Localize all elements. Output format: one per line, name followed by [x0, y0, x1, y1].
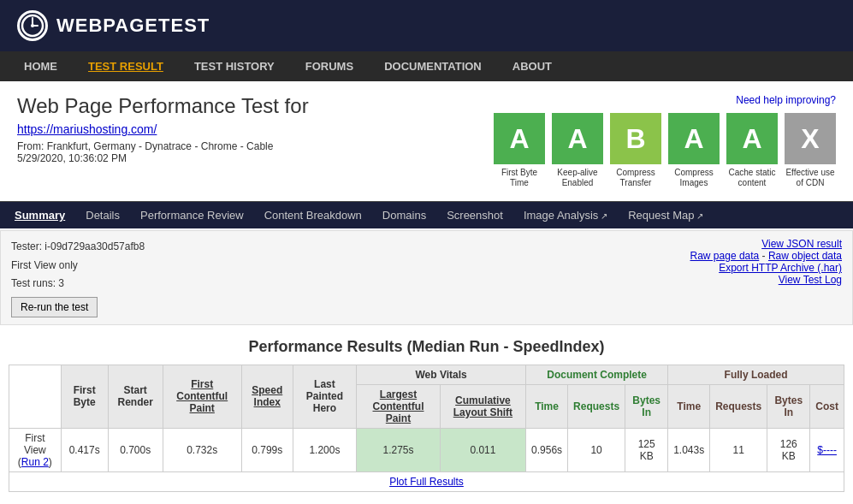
nav-home[interactable]: HOME	[9, 51, 73, 81]
td-first-byte: 0.417s	[61, 428, 108, 471]
view-log-link[interactable]: View Test Log	[779, 274, 842, 286]
tester-info: Tester: i-09d729aa30d57afb8	[11, 238, 145, 257]
header: WEBPAGETEST	[0, 0, 853, 51]
table-row: First View (Run 2) 0.417s 0.700s 0.732s …	[9, 428, 844, 471]
grade-compress-transfer: B Compress Transfer	[610, 113, 661, 188]
td-fl-bytes: 126 KB	[767, 428, 810, 471]
nav-documentation[interactable]: DOCUMENTATION	[369, 51, 497, 81]
th-web-vitals: Web Vitals	[357, 365, 526, 384]
td-cls: 0.011	[440, 428, 525, 471]
tab-request-map[interactable]: Request Map	[618, 202, 714, 228]
th-lcp: Largest Contentful Paint	[357, 384, 441, 428]
scores-area: Web Page Performance Test for https://ma…	[17, 94, 836, 188]
logo: WEBPAGETEST	[17, 10, 210, 41]
run-link[interactable]: Run 2	[21, 456, 49, 468]
grade-box-x: X	[785, 113, 836, 164]
page-title: Web Page Performance Test for	[17, 94, 494, 118]
main-content: Web Page Performance Test for https://ma…	[0, 81, 853, 201]
grade-cache: A Cache static content	[726, 113, 778, 188]
td-lcp: 1.275s	[357, 428, 441, 471]
info-right: View JSON result Raw page data - Raw obj…	[690, 238, 842, 286]
td-cost: $----	[810, 428, 844, 471]
grade-compress-images: A Compress Images	[668, 113, 720, 188]
td-doc-time: 0.956s	[526, 428, 568, 471]
tab-image-analysis[interactable]: Image Analysis	[513, 202, 618, 228]
th-doc-complete: Document Complete	[526, 365, 668, 384]
info-left: Tester: i-09d729aa30d57afb8 First View o…	[11, 238, 145, 317]
svg-point-3	[31, 24, 34, 27]
scores-right: Need help improving? A First Byte Time A…	[494, 94, 836, 188]
th-lph: Last Painted Hero	[293, 365, 357, 428]
logo-icon	[17, 10, 48, 41]
th-fl-time: Time	[668, 384, 710, 428]
grade-label-cache: Cache static content	[726, 168, 778, 188]
grades-container: A First Byte Time A Keep-alive Enabled B…	[494, 113, 836, 188]
td-fl-time: 1.043s	[668, 428, 710, 471]
view-json-link[interactable]: View JSON result	[761, 238, 842, 250]
grade-label-compress-transfer: Compress Transfer	[610, 168, 661, 188]
td-label: First View (Run 2)	[9, 428, 62, 471]
th-first-byte: First Byte	[61, 365, 108, 428]
tabs-bar: Summary Details Performance Review Conte…	[0, 201, 853, 228]
raw-page-link[interactable]: Raw page data	[690, 250, 760, 262]
tab-summary[interactable]: Summary	[4, 202, 75, 228]
plot-link[interactable]: Plot Full Results	[389, 476, 464, 488]
th-fully-loaded: Fully Loaded	[668, 365, 844, 384]
scores-left: Web Page Performance Test for https://ma…	[17, 94, 494, 164]
nav: HOME TEST RESULT TEST HISTORY FORUMS DOC…	[0, 51, 853, 81]
page-from: From: Frankfurt, Germany - Dynatrace - C…	[17, 140, 494, 152]
th-doc-time: Time	[526, 384, 568, 428]
th-fl-bytes: Bytes In	[767, 384, 810, 428]
nav-test-result[interactable]: TEST RESULT	[73, 51, 179, 81]
export-har-link[interactable]: Export HTTP Archive (.har)	[719, 262, 842, 274]
grade-box-a2: A	[552, 113, 603, 164]
results-section: Performance Results (Median Run - SpeedI…	[0, 338, 853, 504]
view-info: First View only	[11, 257, 145, 276]
th-fl-cost: Cost	[810, 384, 844, 428]
plot-cell: Plot Full Results	[9, 471, 844, 491]
grade-box-b: B	[610, 113, 661, 164]
th-doc-requests: Requests	[568, 384, 625, 428]
nav-test-history[interactable]: TEST HISTORY	[179, 51, 290, 81]
td-doc-requests: 10	[568, 428, 625, 471]
td-doc-bytes: 125 KB	[625, 428, 668, 471]
td-fl-requests: 11	[710, 428, 767, 471]
grade-first-byte: A First Byte Time	[494, 113, 545, 188]
logo-text: WEBPAGETEST	[56, 15, 210, 37]
nav-forums[interactable]: FORUMS	[290, 51, 369, 81]
td-lph: 1.200s	[293, 428, 357, 471]
page-date: 5/29/2020, 10:36:02 PM	[17, 152, 494, 164]
tab-performance-review[interactable]: Performance Review	[130, 202, 254, 228]
grade-box-a3: A	[668, 113, 720, 164]
info-bar: Tester: i-09d729aa30d57afb8 First View o…	[0, 230, 853, 325]
th-cls: Cumulative Layout Shift	[440, 384, 525, 428]
plot-row: Plot Full Results	[9, 471, 844, 491]
grade-label-keepalive: Keep-alive Enabled	[552, 168, 603, 188]
tab-details[interactable]: Details	[75, 202, 130, 228]
cost-link[interactable]: $----	[817, 444, 837, 456]
need-help-link[interactable]: Need help improving?	[736, 94, 836, 106]
grade-label-cdn: Effective use of CDN	[785, 168, 836, 188]
th-doc-bytes: Bytes In	[625, 384, 668, 428]
grade-keepalive: A Keep-alive Enabled	[552, 113, 603, 188]
grade-box-a4: A	[726, 113, 778, 164]
th-start-render: Start Render	[108, 365, 163, 428]
nav-about[interactable]: ABOUT	[497, 51, 567, 81]
grade-label-first-byte: First Byte Time	[494, 168, 545, 188]
th-speed-index: Speed Index	[241, 365, 293, 428]
results-title: Performance Results (Median Run - SpeedI…	[9, 338, 844, 356]
page-url: https://mariushosting.com/	[17, 122, 494, 136]
td-speed-index: 0.799s	[241, 428, 293, 471]
td-fcp: 0.732s	[163, 428, 241, 471]
th-empty	[9, 365, 62, 428]
raw-object-link[interactable]: Raw object data	[768, 250, 842, 262]
td-start-render: 0.700s	[108, 428, 163, 471]
tab-screenshot[interactable]: Screenshot	[436, 202, 513, 228]
rerun-button[interactable]: Re-run the test	[11, 297, 98, 317]
grade-box-a1: A	[494, 113, 545, 164]
tab-domains[interactable]: Domains	[372, 202, 436, 228]
th-fcp: First Contentful Paint	[163, 365, 241, 428]
tab-content-breakdown[interactable]: Content Breakdown	[254, 202, 372, 228]
page-url-link[interactable]: https://mariushosting.com/	[17, 122, 157, 136]
grade-label-compress-images: Compress Images	[668, 168, 720, 188]
